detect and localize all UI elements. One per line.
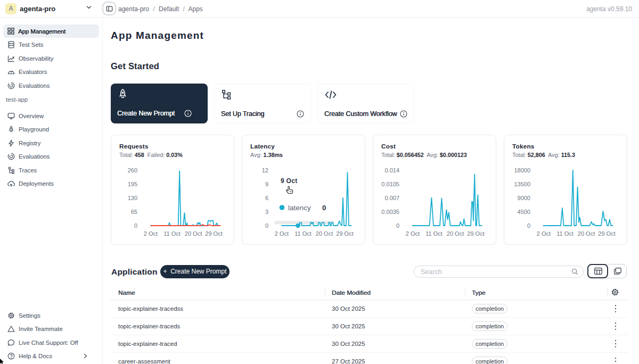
- svg-text:9000: 9000: [518, 195, 530, 201]
- svg-text:0.014: 0.014: [384, 167, 399, 173]
- svg-text:0.0105: 0.0105: [381, 181, 399, 187]
- svg-text:20 Oct: 20 Oct: [185, 230, 202, 237]
- svg-text:11 Oct: 11 Oct: [163, 230, 181, 237]
- svg-text:29 Oct: 29 Oct: [598, 230, 615, 237]
- svg-text:0: 0: [134, 222, 137, 229]
- svg-text:20 Oct: 20 Oct: [447, 230, 464, 237]
- svg-text:20 Oct: 20 Oct: [578, 230, 595, 237]
- svg-text:13500: 13500: [514, 181, 530, 187]
- svg-text:0.007: 0.007: [384, 195, 399, 201]
- svg-text:9: 9: [265, 181, 268, 187]
- svg-text:18000: 18000: [514, 167, 530, 173]
- svg-text:29 Oct: 29 Oct: [336, 230, 353, 237]
- svg-text:11 Oct: 11 Oct: [425, 230, 443, 237]
- svg-text:6: 6: [265, 195, 268, 201]
- svg-text:195: 195: [128, 181, 137, 187]
- svg-text:11 Oct: 11 Oct: [556, 230, 574, 237]
- svg-text:0.0035: 0.0035: [381, 209, 399, 215]
- svg-text:0: 0: [396, 222, 399, 229]
- svg-text:4500: 4500: [518, 209, 530, 215]
- svg-text:3: 3: [265, 209, 268, 215]
- svg-text:0: 0: [527, 222, 530, 229]
- svg-text:2 Oct: 2 Oct: [537, 230, 551, 237]
- svg-text:2 Oct: 2 Oct: [275, 230, 289, 237]
- svg-text:0: 0: [265, 222, 268, 229]
- svg-text:12: 12: [262, 167, 268, 173]
- svg-text:20 Oct: 20 Oct: [316, 230, 333, 237]
- svg-text:29 Oct: 29 Oct: [205, 230, 222, 237]
- svg-text:2 Oct: 2 Oct: [406, 230, 420, 237]
- svg-text:11 Oct: 11 Oct: [294, 230, 312, 237]
- svg-text:65: 65: [131, 209, 137, 215]
- svg-text:29 Oct: 29 Oct: [467, 230, 484, 237]
- svg-text:2 Oct: 2 Oct: [144, 230, 158, 237]
- svg-text:9 Oct: 9 Oct: [281, 177, 298, 185]
- svg-text:130: 130: [128, 195, 137, 201]
- svg-text:260: 260: [128, 167, 137, 173]
- svg-text:0: 0: [322, 204, 326, 212]
- svg-text:latency: latency: [288, 204, 311, 212]
